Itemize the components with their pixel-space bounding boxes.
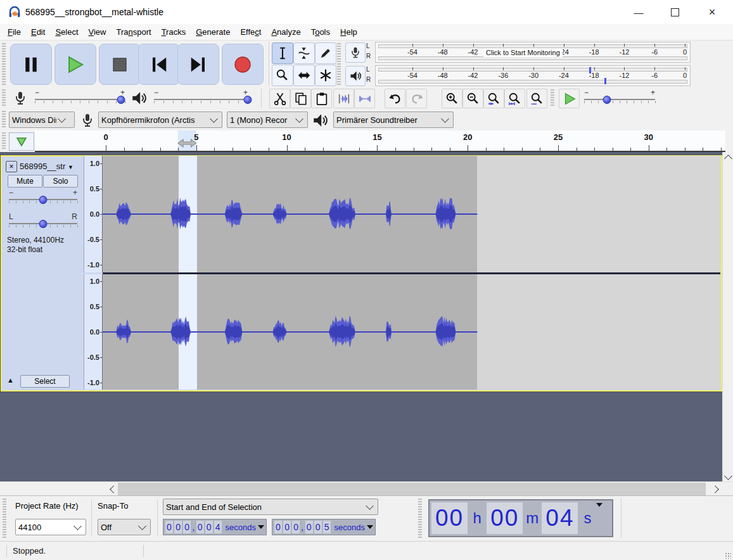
scroll-up-button[interactable] — [723, 152, 733, 162]
digit[interactable]: 0 — [305, 521, 313, 533]
trim-audio-button[interactable] — [333, 89, 354, 108]
digit[interactable]: 0 — [196, 521, 204, 533]
resize-grip[interactable] — [725, 552, 731, 559]
horizontal-scrollbar[interactable] — [0, 481, 733, 495]
vertical-scale-right-channel[interactable]: 1.00.50.0-0.5-1.0 — [84, 274, 103, 390]
track-close-button[interactable]: × — [6, 161, 17, 172]
menu-help[interactable]: Help — [335, 25, 362, 39]
scroll-left-button[interactable] — [106, 484, 118, 494]
menu-transport[interactable]: Transport — [111, 25, 156, 39]
menu-analyze[interactable]: Analyze — [266, 25, 305, 39]
menu-edit[interactable]: Edit — [26, 25, 50, 39]
digit-separator[interactable]: , — [300, 522, 304, 532]
digit[interactable]: 4 — [214, 521, 222, 533]
mixer-toolbar-grip[interactable] — [2, 89, 6, 107]
digit[interactable]: 5 — [323, 521, 331, 533]
transport-toolbar-grip[interactable] — [2, 43, 6, 85]
snap-to-select[interactable]: Off — [98, 519, 151, 535]
cut-button[interactable] — [269, 89, 290, 108]
recording-device-select[interactable]: Kopfhörermikrofon (Arctis — [98, 111, 222, 128]
vertical-scrollbar[interactable] — [722, 152, 733, 481]
selection-end-field[interactable]: 000,005seconds — [272, 519, 376, 535]
solo-button[interactable]: Solo — [43, 175, 78, 188]
stop-button[interactable] — [99, 44, 141, 85]
waveform-right-channel[interactable] — [103, 274, 720, 390]
time-shift-tool-button[interactable] — [293, 65, 315, 86]
track-title-menu[interactable]: 568995__str ▼ — [20, 162, 82, 171]
menu-tracks[interactable]: Tracks — [156, 25, 191, 39]
redo-button[interactable] — [406, 89, 427, 108]
slider-thumb[interactable] — [39, 196, 48, 204]
time-digits[interactable]: 00 — [435, 505, 464, 531]
timeline-options-button[interactable] — [9, 132, 34, 151]
draw-tool-button[interactable] — [315, 42, 336, 64]
format-dropdown-icon[interactable] — [596, 503, 602, 507]
meter-toolbar-grip[interactable] — [337, 43, 341, 85]
digit[interactable]: 0 — [205, 521, 213, 533]
timeline-grip[interactable] — [2, 132, 6, 150]
pan-slider[interactable]: LR — [9, 214, 77, 231]
audio-position-display[interactable]: 00h00m04s — [428, 499, 613, 537]
digit[interactable]: 0 — [165, 521, 173, 533]
record-button[interactable] — [222, 44, 264, 85]
recording-volume-slider[interactable]: −+ — [35, 90, 125, 106]
playback-volume-slider[interactable]: −+ — [154, 90, 248, 106]
menu-effect[interactable]: Effect — [235, 25, 266, 39]
copy-button[interactable] — [290, 89, 311, 108]
project-rate-select[interactable]: 44100 — [15, 519, 86, 535]
digit[interactable]: 0 — [314, 521, 322, 533]
play-button[interactable] — [54, 44, 96, 85]
zoom-fit-button[interactable] — [504, 89, 525, 108]
playback-device-select[interactable]: Primärer Soundtreiber — [333, 111, 454, 128]
zoom-toggle-button[interactable] — [526, 89, 547, 108]
gain-slider[interactable]: −+ — [9, 190, 77, 207]
pause-button[interactable] — [10, 44, 52, 85]
time-digits[interactable]: 00 — [490, 505, 519, 531]
skip-to-end-button[interactable] — [177, 44, 219, 85]
zoom-in-button[interactable] — [442, 89, 462, 108]
selection-drag-handle-icon[interactable] — [177, 138, 197, 148]
menu-tools[interactable]: Tools — [306, 25, 335, 39]
scroll-right-button[interactable] — [710, 484, 722, 494]
playback-speed-slider[interactable]: −+ — [584, 90, 655, 106]
audio-host-select[interactable]: Windows DirectSound — [9, 111, 75, 128]
selection-tool-button[interactable] — [272, 42, 293, 64]
digit[interactable]: 0 — [292, 521, 300, 533]
menu-select[interactable]: Select — [50, 25, 83, 39]
close-button[interactable]: × — [698, 0, 727, 24]
menu-view[interactable]: View — [84, 25, 112, 39]
play-at-speed-button[interactable] — [559, 89, 580, 108]
silence-audio-button[interactable] — [354, 89, 375, 108]
digit[interactable]: 0 — [174, 521, 182, 533]
selection-mode-select[interactable]: Start and End of Selection — [163, 499, 378, 515]
time-digit-group[interactable]: 00 — [431, 502, 468, 534]
time-digit-group[interactable]: 00 — [487, 502, 523, 534]
undo-button[interactable] — [385, 89, 405, 108]
slider-thumb[interactable] — [602, 96, 611, 104]
device-toolbar-grip[interactable] — [2, 111, 6, 129]
format-dropdown-icon[interactable] — [367, 525, 373, 529]
digit[interactable]: 0 — [274, 521, 282, 533]
digit[interactable]: 0 — [183, 521, 191, 533]
envelope-tool-button[interactable] — [293, 42, 315, 64]
timeline-ruler[interactable]: 051015202530 — [35, 130, 725, 152]
time-digits[interactable]: 04 — [545, 505, 574, 531]
collapse-track-button[interactable]: ▲ — [7, 376, 14, 384]
track-select-button[interactable]: Select — [20, 375, 70, 388]
zoom-tool-button[interactable] — [272, 65, 293, 86]
zoom-selection-button[interactable] — [483, 89, 504, 108]
recording-meter[interactable]: -54-48-42-36-30-24-18-12-60Click to Star… — [375, 42, 691, 63]
play-at-speed-grip[interactable] — [551, 89, 554, 107]
playback-meter[interactable]: -54-48-42-36-30-24-18-12-60 — [375, 65, 691, 86]
record-meter-button[interactable] — [345, 42, 366, 63]
recording-channels-select[interactable]: 1 (Mono) Recor — [227, 111, 308, 128]
slider-thumb[interactable] — [117, 96, 125, 104]
start-monitoring-label[interactable]: Click to Start Monitoring — [483, 48, 563, 57]
maximize-button[interactable] — [660, 0, 689, 24]
menu-generate[interactable]: Generate — [191, 25, 235, 39]
paste-button[interactable] — [311, 89, 332, 108]
menu-file[interactable]: File — [3, 25, 26, 39]
waveform-left-channel[interactable] — [103, 156, 720, 272]
selection-start-field[interactable]: 000,004seconds — [163, 519, 267, 535]
selection-toolbar-grip[interactable] — [3, 499, 6, 538]
